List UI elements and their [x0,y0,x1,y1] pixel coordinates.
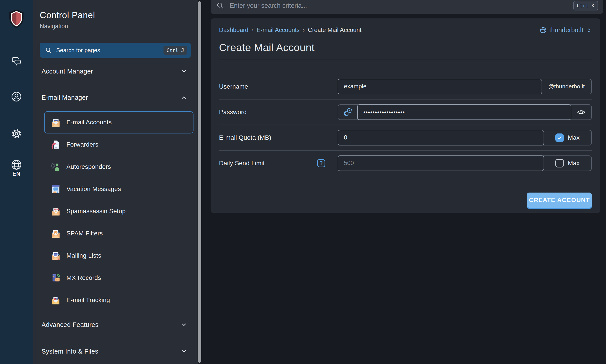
username-input-group: @thunderbo.lt [338,79,592,94]
sidebar-section-account-manager[interactable]: Account Manager [40,65,191,77]
search-icon [45,47,52,53]
email-quota-input[interactable] [343,134,538,141]
page-title: Create Mail Account [219,41,592,53]
autoresponders-icon [51,162,61,172]
language-code-label[interactable]: EN [0,170,33,177]
breadcrumb-dashboard[interactable]: Dashboard [219,27,248,34]
password-label: Password [219,109,247,116]
global-search-shortcut: Ctrl K [573,1,598,11]
email-quota-input-group: Max [338,130,592,145]
sidebar-item-email-accounts[interactable]: **** E-mail Accounts [44,111,194,133]
password-row: Password [219,99,592,125]
eye-icon [577,108,586,117]
breadcrumb-email-accounts[interactable]: E-mail Accounts [257,27,300,34]
domain-value: thunderbo.lt [549,26,583,34]
breadcrumb-separator: › [303,27,305,34]
sidebar-search-shortcut: Ctrl J [163,46,187,55]
daily-send-limit-input-group: Max [338,156,592,171]
sidebar-search-input[interactable]: Search for pages Ctrl J [40,43,191,58]
mx-records-icon [51,273,61,283]
sidebar-section-advanced-features[interactable]: Advanced Features [40,319,191,331]
sidebar-item-spamassassin-setup[interactable]: SPAM Spamassassin Setup [44,200,194,222]
daily-send-limit-max-toggle[interactable]: Max [544,156,591,170]
email-quota-label: E-mail Quota (MB) [219,134,271,141]
sidebar-item-spam-filters[interactable]: SPAM Filters [44,222,194,245]
email-quota-row: E-mail Quota (MB) Max [219,125,592,150]
sidebar-subtitle: Navigation [40,23,191,30]
chevron-down-icon [181,321,187,328]
sidebar-section-email-manager[interactable]: E-mail Manager [40,91,191,104]
generate-password-button[interactable] [338,105,358,119]
shield-logo-icon[interactable] [8,9,25,29]
spamassassin-setup-icon: SPAM [51,206,61,216]
svg-text:SPAM: SPAM [54,208,59,210]
sidebar-scrollbar[interactable] [198,1,201,363]
chevron-up-icon [181,94,187,101]
title-divider [219,59,592,59]
create-account-button[interactable]: CREATE ACCOUNT [527,193,592,208]
breadcrumb-current: Create Mail Account [308,27,362,34]
username-domain-suffix: @thunderbo.lt [541,79,591,94]
chat-icon[interactable] [10,55,23,67]
sidebar-section-system-info-files[interactable]: System Info & Files [40,345,191,357]
email-accounts-icon: **** [51,117,61,128]
email-quota-max-toggle[interactable]: Max [544,130,591,145]
daily-send-limit-input[interactable] [343,159,538,167]
breadcrumb-separator: › [251,27,253,34]
sidebar-item-autoresponders[interactable]: Autoresponders [44,156,194,178]
toggle-password-visibility-button[interactable] [571,105,591,119]
settings-gear-icon[interactable] [10,128,23,140]
breadcrumb: Dashboard › E-mail Accounts › Create Mai… [219,26,592,34]
dice-icon [343,107,353,117]
chevron-down-icon [181,68,187,75]
email-quota-max-label: Max [568,134,580,141]
forwarders-icon [51,140,61,150]
sidebar-item-forwarders[interactable]: Forwarders [44,133,194,156]
globe-icon [540,27,547,34]
unchecked-checkbox-icon[interactable] [555,159,564,168]
form-actions: CREATE ACCOUNT [219,193,592,208]
sidebar-item-mailing-lists[interactable]: Mailing Lists [44,245,194,267]
chevron-down-icon [181,348,187,355]
updown-chevrons-icon [586,27,592,33]
user-account-icon[interactable] [10,91,23,103]
email-tracking-icon [51,295,61,305]
spam-filters-icon [51,228,61,238]
checked-checkbox-icon[interactable] [555,133,564,142]
icon-rail: EN [0,0,33,364]
password-input-group [338,104,592,120]
sidebar-item-email-tracking[interactable]: E-mail Tracking [44,289,194,311]
daily-send-limit-label: Daily Send Limit [219,160,265,167]
app-window: EN Control Panel Navigation Search for p… [0,0,606,364]
create-mail-account-form: Username @thunderbo.lt Password [219,74,592,208]
content-card: Dashboard › E-mail Accounts › Create Mai… [211,18,600,213]
mailing-lists-icon [51,250,61,261]
sidebar-title: Control Panel [40,10,191,20]
username-label: Username [219,83,248,90]
global-search-input[interactable] [229,2,573,10]
language-globe-icon[interactable] [10,158,23,171]
help-icon[interactable]: ? [317,159,325,167]
sidebar-item-vacation-messages[interactable]: Vacation Messages [44,178,194,200]
password-input[interactable] [363,109,566,116]
sidebar-item-mx-records[interactable]: MX Records [44,267,194,289]
username-input[interactable] [343,83,536,90]
sidebar: Control Panel Navigation Search for page… [33,0,198,364]
daily-send-limit-max-label: Max [568,160,580,167]
daily-send-limit-row: Daily Send Limit ? Max [219,150,592,176]
vacation-messages-icon [51,184,61,194]
global-search-bar[interactable]: Ctrl K [211,0,603,14]
username-row: Username @thunderbo.lt [219,74,592,99]
domain-selector[interactable]: thunderbo.lt [540,26,592,34]
search-icon [216,2,224,9]
sidebar-search-placeholder: Search for pages [56,47,163,54]
